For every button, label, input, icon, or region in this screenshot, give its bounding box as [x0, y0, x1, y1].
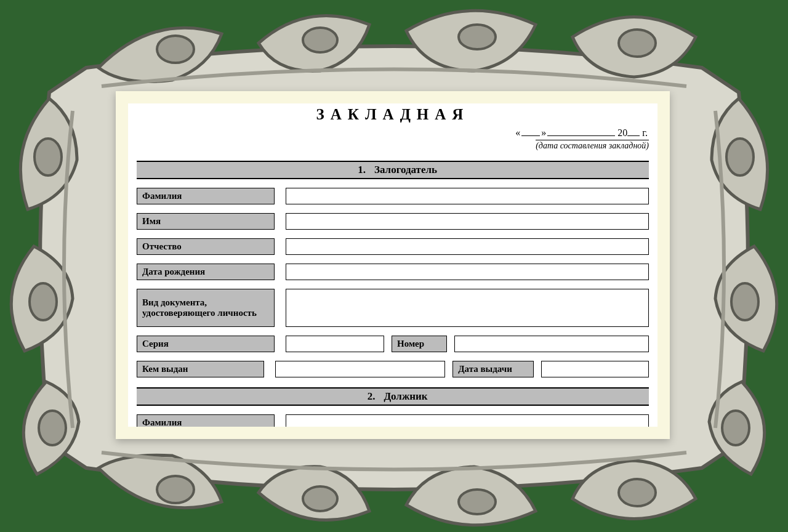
svg-point-3: [619, 30, 656, 57]
svg-point-7: [619, 479, 656, 506]
input-surname-2[interactable]: [286, 414, 649, 427]
label-patronymic: Отчество: [137, 238, 275, 255]
svg-point-1: [303, 28, 337, 52]
svg-point-2: [459, 25, 496, 49]
svg-point-11: [726, 139, 754, 175]
label-surname: Фамилия: [137, 188, 275, 204]
input-dob[interactable]: [286, 264, 649, 280]
svg-point-10: [39, 411, 66, 445]
input-surname[interactable]: [286, 188, 649, 204]
input-series[interactable]: [286, 336, 384, 352]
svg-point-6: [459, 490, 496, 514]
svg-point-9: [30, 283, 57, 320]
document-page: ЗАКЛАДНАЯ «» 20 г. (дата составления зак…: [128, 103, 657, 427]
input-issue-date[interactable]: [541, 361, 649, 377]
svg-point-5: [303, 486, 337, 511]
input-patronymic[interactable]: [286, 238, 649, 255]
input-id-doc[interactable]: [286, 289, 649, 327]
svg-point-13: [722, 411, 749, 445]
input-issued-by[interactable]: [275, 361, 445, 377]
input-name[interactable]: [286, 213, 649, 230]
svg-point-8: [34, 139, 62, 175]
label-id-doc: Вид документа, удостоверяющего личность: [137, 289, 275, 327]
label-issue-date: Дата выдачи: [452, 361, 534, 377]
svg-point-0: [157, 36, 194, 63]
date-line: «» 20 г.: [137, 127, 648, 139]
document-title: ЗАКЛАДНАЯ: [137, 106, 649, 123]
label-issued-by: Кем выдан: [137, 361, 264, 377]
label-series: Серия: [137, 336, 275, 352]
label-surname-2: Фамилия: [137, 414, 275, 427]
date-caption: (дата составления закладной): [536, 140, 649, 151]
label-dob: Дата рождения: [137, 264, 275, 280]
label-number: Номер: [392, 336, 447, 352]
section-1-header: 1.Залогодатель: [137, 161, 649, 179]
svg-point-4: [157, 476, 194, 503]
section-2-header: 2.Должник: [137, 387, 649, 406]
svg-point-12: [731, 283, 758, 320]
input-number[interactable]: [454, 336, 649, 352]
label-name: Имя: [137, 213, 275, 230]
